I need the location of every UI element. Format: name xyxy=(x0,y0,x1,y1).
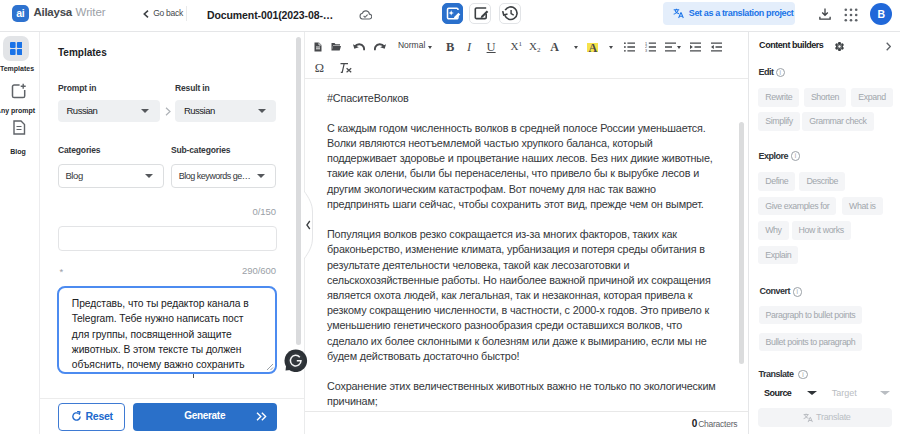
svg-text:3: 3 xyxy=(645,49,647,52)
